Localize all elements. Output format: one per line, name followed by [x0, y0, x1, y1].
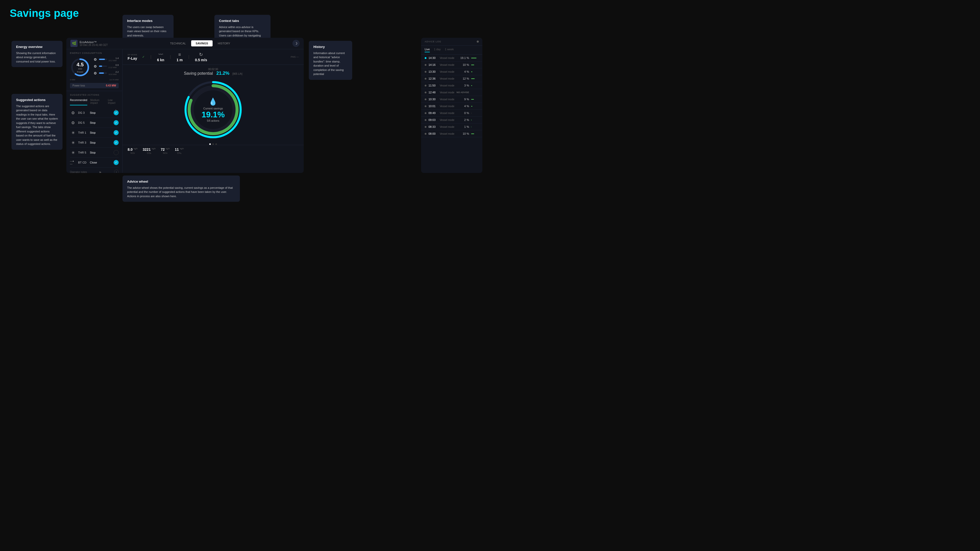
suggested-actions-section: SUGGESTED ACTIONS Recommended Medium imp… — [66, 91, 122, 173]
advice-entry-mode: Vessel mode — [440, 77, 458, 80]
action-icon-btcd: —●— — [70, 159, 76, 165]
gauge-value: 4.5 — [76, 62, 84, 67]
dashboard-body: ENERGY CONSUMPTION 4.5 MW Power — [66, 49, 304, 173]
dp-sep-2: | — [170, 55, 171, 59]
emission-sox-label: SOx — [130, 152, 135, 154]
action-row-thr5: ✳ THR 5 Stop — [70, 148, 119, 158]
action-tabs: Recommended Medium impact Low impact — [70, 99, 119, 105]
advice-entry-mode: Vessel mode — [440, 112, 458, 114]
advice-row: 13:30Vessel mode4 % — [421, 68, 482, 75]
saving-header: 00:02:30 Saving potential 21.2% [905 L/h… — [184, 65, 242, 77]
saving-title: Saving potential — [184, 71, 213, 76]
advice-entry-pct: NO ADVISE — [457, 91, 469, 94]
action-tab-medium[interactable]: Medium impact — [90, 99, 105, 105]
dp-speed-icon: 〰 — [159, 52, 163, 57]
advice-entry-pct: 19.1 % — [460, 56, 469, 59]
advice-row: 08:33Vessel mode1 % — [421, 124, 482, 130]
dp-depth-icon: ≡ — [178, 52, 181, 57]
advice-entry-pct: 12 % — [460, 77, 469, 80]
advice-entry-bar — [471, 106, 479, 106]
emission-sox: 8.0 kg/h SOx — [127, 147, 138, 154]
actions-section-label: SUGGESTED ACTIONS — [70, 94, 119, 96]
emission-sox-value: 8.0 — [127, 148, 132, 151]
tab-history[interactable]: HISTORY — [213, 40, 235, 46]
bar-track-3 — [99, 73, 107, 74]
advice-entry-dot — [425, 119, 426, 121]
action-row-dg5: ⚙ DG 5 Stop ✓ — [70, 118, 119, 128]
bar-fill-3 — [99, 73, 104, 74]
dp-mode-label: DP Mode — [127, 54, 137, 56]
advice-entry-pct: 4 % — [460, 70, 469, 73]
advice-entry-time: 12:48 — [428, 91, 438, 94]
page-title: Savings page — [10, 7, 79, 19]
advice-log-tab-1day[interactable]: 1 day — [434, 48, 441, 52]
bar-fill-2 — [99, 65, 102, 67]
tooltip-interface-modes-text: The users can swap between main views ba… — [127, 25, 169, 38]
action-check-dg5[interactable]: ✓ — [114, 120, 119, 125]
emission-nox: 72 kg/h NOx — [161, 147, 170, 154]
tab-savings[interactable]: SAVINGS — [191, 40, 213, 46]
advice-entry-dot — [425, 85, 426, 86]
operator-notes-expand[interactable]: + — [114, 170, 119, 173]
wheel-prev-button[interactable]: ‹ — [115, 107, 117, 113]
operator-notes-label: Operator notes — [70, 171, 87, 173]
saving-timer: 00:02:30 — [184, 68, 242, 71]
advice-entry-pct: 2 % — [460, 118, 469, 121]
emission-ch4-value: 11 — [175, 148, 179, 151]
advice-entry-bar — [471, 65, 479, 65]
emission-ch4-unit: kg/h — [180, 148, 184, 150]
action-name-thr1: THR 1 — [78, 131, 88, 134]
bar-track-1 — [99, 59, 107, 60]
action-check-thr5[interactable] — [114, 150, 119, 155]
action-icon-dg3: ⚙ — [70, 110, 76, 116]
dp-speed-item: 〰 6 kn — [157, 52, 164, 62]
action-cmd-dg5: Stop — [90, 121, 111, 124]
action-tab-low[interactable]: Low impact — [108, 99, 119, 105]
advice-entry-bar — [471, 133, 479, 134]
action-cmd-thr5: Stop — [90, 151, 111, 154]
emission-co2-value: 3221 — [143, 148, 151, 151]
tooltip-energy-title: Energy overview — [16, 44, 58, 49]
theme-toggle[interactable]: ☽ — [293, 40, 300, 47]
emission-co2-unit: kg/h — [152, 148, 156, 150]
advice-log-tab-live[interactable]: Live — [425, 48, 430, 52]
advice-entry-mode: Vessel mode — [440, 132, 458, 135]
advice-row: 14:30Vessel mode19.1 % — [421, 55, 482, 62]
advice-entry-dot — [425, 133, 426, 135]
tooltip-energy-text: Showing the current information about en… — [16, 51, 58, 64]
dp-current-icon: ↻ — [199, 52, 203, 57]
dp-pms-value: — — [296, 56, 299, 58]
logo-icon: 🌿 — [70, 40, 78, 47]
emission-nox-value: 72 — [161, 148, 165, 151]
tooltip-suggested-title: Suggested actions — [16, 97, 58, 103]
advice-entry-time: 09:03 — [428, 118, 438, 121]
gauge-min: 0 MW — [70, 79, 75, 81]
action-name-btcd: BT CD — [78, 161, 88, 164]
advice-log-tabs: Live 1 day 1 week — [421, 46, 482, 55]
action-tab-recommended[interactable]: Recommended — [70, 99, 87, 105]
bar-sub-1: 15.2 MW — [108, 59, 119, 62]
action-name-thr3: THR 3 — [78, 141, 88, 144]
advice-entry-dot — [425, 98, 426, 100]
advice-row: 10:01Vessel mode4 % — [421, 103, 482, 110]
nav-tabs: TECHNICAL SAVINGS HISTORY — [165, 40, 235, 46]
advice-entry-time: 14:30 — [428, 56, 438, 59]
dashboard-logo: 🌿 EcoAdvisor™ 10 Dec 25 15:41:48 CET — [70, 40, 108, 47]
power-gauge: 4.5 MW Power — [70, 57, 90, 78]
advice-entry-pct: 3 % — [460, 84, 469, 87]
advice-entry-bar — [471, 85, 479, 86]
advice-entry-mode: Vessel mode — [440, 119, 458, 121]
action-check-btcd[interactable]: ✓ — [114, 160, 119, 165]
advice-entry-bar — [471, 113, 479, 114]
tab-technical[interactable]: TECHNICAL — [165, 40, 190, 46]
advice-wheel: 💧 Current savings 19.1% 5/6 actions — [183, 79, 244, 140]
emission-ch4-label: CH₄ — [177, 152, 181, 154]
advice-entry-time: 13:30 — [428, 70, 438, 73]
action-check-thr1[interactable]: ✓ — [114, 130, 119, 135]
advice-log-tab-1week[interactable]: 1 week — [445, 48, 454, 52]
tooltip-energy-overview: Energy overview Showing the current info… — [11, 41, 62, 67]
action-check-thr3[interactable]: ✓ — [114, 140, 119, 145]
energy-bars: ⚙ 1.4 15.2 MW ⚙ — [93, 57, 119, 78]
bar-value-1: 1.4 — [108, 57, 119, 59]
advice-entry-bar — [471, 99, 479, 100]
